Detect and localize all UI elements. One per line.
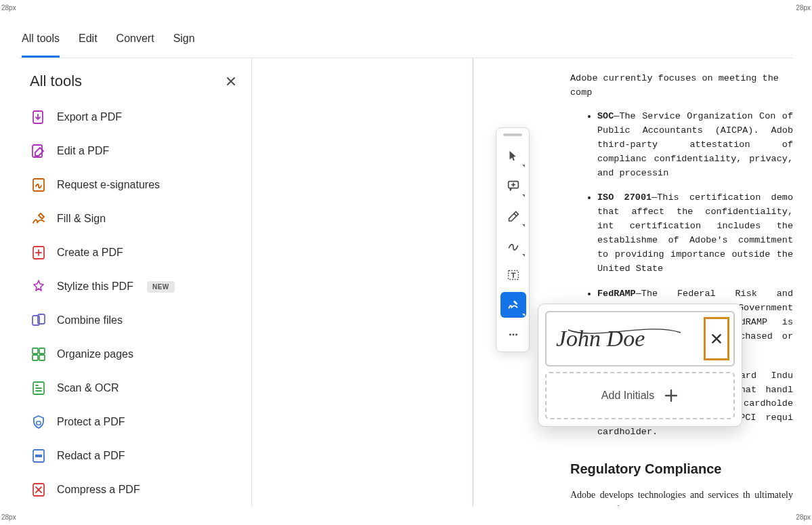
tool-label: Compress a PDF: [57, 484, 140, 496]
tool-request-e-signatures[interactable]: Request e-signatures: [24, 168, 246, 202]
svg-rect-7: [39, 348, 45, 354]
text-box-tool[interactable]: [500, 262, 526, 288]
toolbar-drag-grip[interactable]: [503, 133, 522, 136]
combine-icon: [30, 312, 47, 329]
tool-label: Redact a PDF: [57, 450, 125, 462]
new-badge: NEW: [147, 281, 175, 293]
tool-fill-sign[interactable]: Fill & Sign: [24, 202, 246, 236]
tool-label: Create a PDF: [57, 247, 123, 259]
tool-label: Combine files: [57, 314, 123, 327]
doc-intro-line: Adobe currently focuses on meeting the c…: [570, 72, 793, 100]
bullet-text: —This certification demo that affect the…: [597, 192, 793, 274]
svg-rect-11: [37, 421, 41, 425]
section-heading: Regulatory Compliance: [570, 459, 793, 480]
highlight-tool[interactable]: [500, 203, 526, 228]
main-area: All tools Export a PDFEdit a PDFRequest …: [19, 58, 793, 506]
corner-badge-tl: 28px: [1, 4, 16, 12]
tools-sidebar: All tools Export a PDFEdit a PDFRequest …: [19, 58, 252, 506]
svg-point-18: [513, 334, 515, 336]
bullet-text: —The Service Organization Con of Public …: [597, 111, 793, 178]
svg-point-19: [515, 334, 517, 336]
app-frame: All toolsEditConvertSign All tools Expor…: [19, 19, 793, 506]
svg-point-17: [509, 334, 511, 336]
chevron-down-icon: [522, 314, 525, 316]
svg-rect-9: [39, 355, 45, 360]
sign-tool[interactable]: [500, 292, 526, 318]
top-tab-bar: All toolsEditConvertSign: [19, 19, 793, 58]
close-icon: [710, 333, 723, 345]
draw-tool[interactable]: [500, 232, 526, 258]
sidebar-title: All tools: [30, 72, 82, 90]
page-edge: [473, 58, 473, 506]
tool-label: Scan & OCR: [57, 382, 119, 394]
top-tab-edit[interactable]: Edit: [79, 20, 98, 57]
plus-icon: [664, 388, 679, 403]
chevron-down-icon: [522, 254, 525, 257]
bullet-item: ISO 27001—This certification demo that a…: [597, 191, 793, 276]
chevron-down-icon: [522, 224, 525, 227]
chevron-down-icon: [522, 165, 525, 167]
section-paragraph: Adobe develops technologies and services…: [570, 488, 793, 506]
signature-popover: John Doe Add Initials: [538, 303, 742, 427]
tool-edit-a-pdf[interactable]: Edit a PDF: [24, 134, 246, 168]
protect-icon: [30, 413, 47, 431]
tool-organize-pages[interactable]: Organize pages: [24, 337, 246, 371]
create-icon: [30, 244, 47, 261]
svg-rect-13: [35, 455, 42, 457]
corner-badge-br: 28px: [796, 513, 811, 521]
edit-icon: [30, 142, 47, 160]
tool-label: Fill & Sign: [57, 213, 106, 225]
tool-protect-a-pdf[interactable]: Protect a PDF: [24, 405, 246, 439]
signature-icon: [30, 176, 47, 194]
compress-icon: [30, 481, 47, 499]
bullet-term: FedRAMP: [597, 289, 636, 299]
close-icon: [226, 76, 236, 87]
stylize-icon: [30, 278, 47, 295]
tool-scan-ocr[interactable]: Scan & OCR: [24, 371, 246, 405]
top-tab-sign[interactable]: Sign: [173, 20, 195, 57]
quick-tools-toolbar: [496, 127, 530, 352]
pdf-page-content: Adobe currently focuses on meeting the c…: [509, 58, 793, 506]
comment-tool[interactable]: [500, 173, 526, 198]
tool-combine-files[interactable]: Combine files: [24, 303, 246, 337]
more-tools[interactable]: [500, 322, 526, 348]
tool-stylize-this-pdf[interactable]: Stylize this PDFNEW: [24, 270, 246, 303]
tool-label: Protect a PDF: [57, 416, 125, 428]
tool-label: Organize pages: [57, 348, 133, 360]
tool-list: Export a PDFEdit a PDFRequest e-signatur…: [19, 99, 251, 506]
delete-signature-button[interactable]: [704, 317, 729, 360]
sidebar-header: All tools: [19, 58, 251, 99]
tool-label: Stylize this PDF: [57, 280, 133, 293]
tool-label: Export a PDF: [57, 111, 122, 123]
signature-flourish: [567, 326, 682, 341]
select-tool[interactable]: [500, 143, 526, 169]
corner-badge-tr: 28px: [796, 4, 811, 12]
scan-icon: [30, 379, 47, 397]
saved-signature[interactable]: John Doe: [545, 311, 735, 366]
organize-icon: [30, 345, 47, 363]
tool-label: Edit a PDF: [57, 145, 109, 157]
chevron-down-icon: [522, 194, 525, 197]
top-tab-all-tools[interactable]: All tools: [22, 20, 60, 57]
export-icon: [30, 108, 47, 126]
fill-sign-icon: [30, 210, 47, 228]
add-initials-button[interactable]: Add Initials: [545, 372, 735, 419]
tool-compress-a-pdf[interactable]: Compress a PDF: [24, 473, 246, 506]
document-area[interactable]: John Doe Add Initials Adobe currently fo…: [252, 58, 793, 506]
svg-rect-6: [33, 348, 38, 354]
close-sidebar-button[interactable]: [221, 72, 240, 91]
corner-badge-bl: 28px: [1, 513, 16, 521]
svg-rect-8: [33, 355, 38, 360]
tool-redact-a-pdf[interactable]: Redact a PDF: [24, 439, 246, 473]
redact-icon: [30, 447, 47, 465]
top-tab-convert[interactable]: Convert: [116, 20, 154, 57]
bullet-item: SOC—The Service Organization Con of Publ…: [597, 110, 793, 181]
bullet-term: ISO 27001: [597, 192, 651, 203]
tool-export-a-pdf[interactable]: Export a PDF: [24, 100, 246, 134]
add-initials-label: Add Initials: [601, 390, 654, 402]
tool-label: Request e-signatures: [57, 179, 160, 191]
tool-create-a-pdf[interactable]: Create a PDF: [24, 236, 246, 270]
bullet-term: SOC: [597, 111, 614, 121]
